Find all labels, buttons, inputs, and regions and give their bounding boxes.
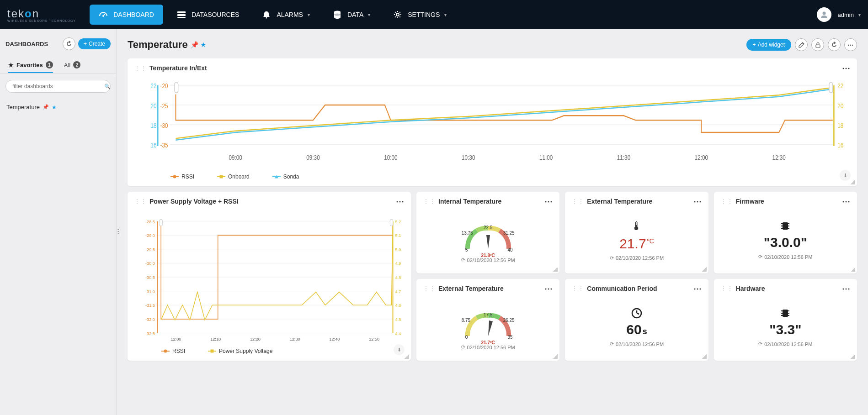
brand-logo[interactable]: tekon WIRELESS SENSORS TECHNOLOGY [7,7,76,22]
nav-settings-label: SETTINGS [408,11,440,18]
widget-internal-temp: ⋮⋮ Internal Temperature ⋯ [416,192,559,273]
widget-hardware: ⋮⋮ Hardware ⋯ "3.3" ⟳02/10/2020 12:56 PM [714,279,857,361]
star-icon[interactable]: ★ [200,41,206,49]
plus-icon: + [753,42,756,48]
drag-handle-icon[interactable]: ⋮⋮ [571,198,584,205]
nav-dashboard[interactable]: DASHBOARD [90,5,163,25]
svg-text:09:00: 09:00 [229,154,242,162]
widget-menu-button[interactable]: ⋯ [842,196,851,206]
refresh-button[interactable] [828,38,841,51]
resize-handle[interactable] [851,267,855,272]
user-menu[interactable]: admin ▾ [817,7,861,22]
widget-menu-button[interactable]: ⋯ [544,284,553,294]
widget-menu-button[interactable]: ⋯ [396,196,405,206]
sidebar-item-temperature[interactable]: Temperature 📌 ★ [0,99,116,115]
clock-icon [631,307,643,319]
svg-text:12:50: 12:50 [369,337,379,341]
svg-text:-25: -25 [160,102,168,110]
gauge-internal-temp: 22.5 13.75 31.25 5 40 21.8ºC [461,217,516,253]
nav-alarms[interactable]: ALARMS ▾ [253,5,319,25]
drag-handle-icon[interactable]: ⋮⋮ [134,198,147,205]
svg-text:-30.0: -30.0 [145,261,155,266]
svg-text:12:30: 12:30 [772,154,785,162]
svg-marker-76 [486,235,490,249]
svg-text:18: 18 [837,122,843,130]
resize-handle[interactable] [851,354,855,359]
drag-handle-icon[interactable]: ⋮⋮ [423,198,436,205]
resize-handle[interactable] [851,180,855,184]
chevron-down-icon: ▾ [368,12,370,17]
svg-text:12:00: 12:00 [170,337,181,341]
widget-title: Hardware [736,285,842,292]
svg-text:5.1: 5.1 [395,233,401,238]
content-area: Temperature 📌 ★ + Add widget ⋯ [117,29,868,415]
widget-comm-period: ⋮⋮ Communication Period ⋯ 60s ⟳02/10/202… [565,279,708,361]
svg-text:11:00: 11:00 [539,154,553,162]
nav-datasources[interactable]: DATASOURCES [168,5,249,25]
create-dashboard-button[interactable]: + Create [78,38,111,49]
gear-icon [393,11,402,19]
filter-dashboards-input[interactable] [5,80,111,93]
svg-text:-35: -35 [160,142,168,149]
nav-data[interactable]: DATA ▾ [324,5,379,25]
svg-text:12:20: 12:20 [250,337,261,341]
widget-title: Temperature In/Ext [149,64,842,72]
svg-text:18: 18 [151,122,157,130]
timestamp: ⟳02/10/2020 12:56 PM [610,255,664,261]
svg-text:4.8: 4.8 [395,275,401,280]
all-count-badge: 2 [73,61,80,68]
widget-menu-button[interactable]: ⋯ [544,196,553,206]
tab-favorites-label: Favorites [16,62,43,68]
topbar: tekon WIRELESS SENSORS TECHNOLOGY DASHBO… [0,0,868,29]
widget-menu-button[interactable]: ⋯ [842,63,851,73]
refresh-button[interactable] [63,37,75,50]
drag-handle-icon[interactable]: ⋮⋮ [134,65,147,71]
sync-icon: ⟳ [461,257,465,263]
sidebar-collapse-handle[interactable]: ⋮ [116,222,120,241]
svg-rect-75 [390,219,393,226]
svg-text:20: 20 [151,102,157,110]
download-button[interactable]: ⬇ [394,344,405,355]
svg-line-1 [103,14,105,16]
add-widget-button[interactable]: + Add widget [746,39,791,51]
widget-menu-button[interactable]: ⋯ [693,284,702,294]
avatar-icon [817,7,831,22]
favorites-count-badge: 1 [46,61,53,68]
svg-text:-29.5: -29.5 [145,247,155,252]
drag-handle-icon[interactable]: ⋮⋮ [423,285,436,292]
svg-text:-32.0: -32.0 [145,317,155,322]
svg-rect-77 [783,222,788,230]
svg-text:-31.5: -31.5 [145,303,155,308]
download-button[interactable]: ⬇ [840,170,851,181]
more-button[interactable]: ⋯ [844,38,857,51]
brand-tagline: WIRELESS SENSORS TECHNOLOGY [7,19,76,22]
drag-handle-icon[interactable]: ⋮⋮ [571,285,584,292]
lock-button[interactable] [811,38,824,51]
widget-title: External Temperature [438,285,544,292]
nav-settings[interactable]: SETTINGS ▾ [384,5,456,25]
tab-all[interactable]: All 2 [64,58,80,73]
svg-text:5.0: 5.0 [395,247,401,252]
widget-menu-button[interactable]: ⋯ [842,284,851,294]
resize-handle[interactable] [702,354,707,359]
drag-handle-icon[interactable]: ⋮⋮ [720,285,733,292]
svg-text:4.5: 4.5 [395,317,401,322]
resize-handle[interactable] [702,267,707,272]
resize-handle[interactable] [553,267,558,272]
nav-dashboard-label: DASHBOARD [113,11,154,18]
widget-external-temp: ⋮⋮ External Temperature ⋯ 🌡 21.7ºC ⟳02/1… [565,192,708,273]
widget-menu-button[interactable]: ⋯ [693,196,702,206]
sidebar-title: DASHBOARDS [5,41,48,47]
edit-button[interactable] [795,38,808,51]
timestamp: ⟳02/10/2020 12:56 PM [758,254,812,260]
chip-icon [779,307,791,319]
svg-point-8 [396,13,399,16]
drag-handle-icon[interactable]: ⋮⋮ [720,198,733,205]
sync-icon: ⟳ [758,341,762,347]
resize-handle[interactable] [405,354,409,359]
timestamp: ⟳02/10/2020 12:56 PM [758,341,812,347]
pin-icon[interactable]: 📌 [191,41,198,48]
svg-text:-28.5: -28.5 [145,220,155,224]
tab-favorites[interactable]: ★ Favorites 1 [8,58,53,73]
resize-handle[interactable] [553,354,558,359]
